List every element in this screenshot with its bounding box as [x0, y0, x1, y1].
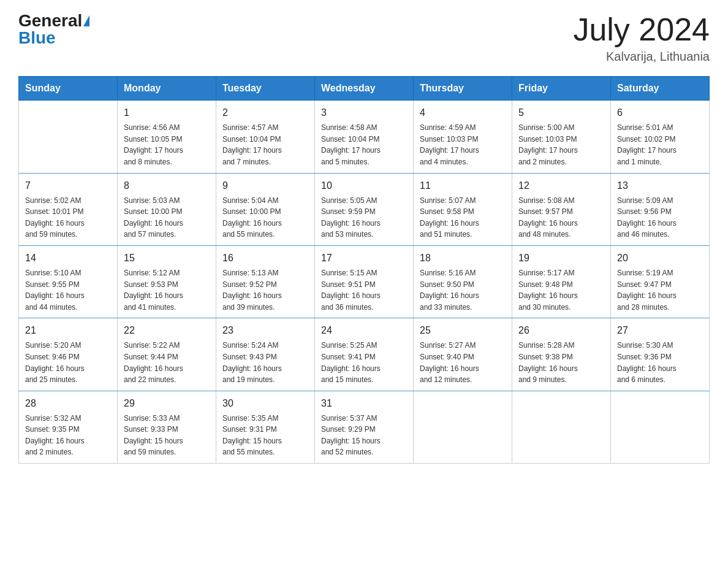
- calendar-cell: 24Sunrise: 5:25 AM Sunset: 9:41 PM Dayli…: [315, 318, 414, 391]
- day-info: Sunrise: 5:22 AM Sunset: 9:44 PM Dayligh…: [124, 340, 210, 385]
- day-info: Sunrise: 4:58 AM Sunset: 10:04 PM Daylig…: [321, 122, 407, 167]
- day-number: 18: [420, 251, 506, 266]
- calendar-cell: 4Sunrise: 4:59 AM Sunset: 10:03 PM Dayli…: [414, 101, 512, 173]
- weekday-header-wednesday: Wednesday: [315, 77, 414, 101]
- weekday-header-monday: Monday: [118, 77, 216, 101]
- day-number: 14: [25, 251, 111, 266]
- day-info: Sunrise: 5:24 AM Sunset: 9:43 PM Dayligh…: [222, 340, 308, 385]
- logo: General Blue: [18, 12, 89, 47]
- calendar-cell: 30Sunrise: 5:35 AM Sunset: 9:31 PM Dayli…: [216, 391, 315, 463]
- day-number: 4: [420, 105, 506, 120]
- calendar-cell: 16Sunrise: 5:13 AM Sunset: 9:52 PM Dayli…: [216, 245, 315, 318]
- calendar-cell: 12Sunrise: 5:08 AM Sunset: 9:57 PM Dayli…: [512, 173, 611, 245]
- day-number: 11: [420, 178, 506, 193]
- calendar-cell: [414, 391, 512, 463]
- day-info: Sunrise: 5:37 AM Sunset: 9:29 PM Dayligh…: [321, 413, 407, 458]
- day-info: Sunrise: 5:30 AM Sunset: 9:36 PM Dayligh…: [617, 340, 703, 385]
- day-number: 21: [25, 323, 111, 338]
- calendar-cell: [611, 391, 710, 463]
- day-number: 3: [321, 105, 407, 120]
- day-number: 10: [321, 178, 407, 193]
- day-number: 6: [617, 105, 703, 120]
- day-number: 8: [124, 178, 210, 193]
- calendar-cell: 21Sunrise: 5:20 AM Sunset: 9:46 PM Dayli…: [19, 318, 118, 391]
- day-info: Sunrise: 5:03 AM Sunset: 10:00 PM Daylig…: [124, 195, 210, 240]
- calendar-cell: 23Sunrise: 5:24 AM Sunset: 9:43 PM Dayli…: [216, 318, 315, 391]
- day-info: Sunrise: 4:57 AM Sunset: 10:04 PM Daylig…: [222, 122, 308, 167]
- day-number: 20: [617, 251, 703, 266]
- calendar-cell: 19Sunrise: 5:17 AM Sunset: 9:48 PM Dayli…: [512, 245, 611, 318]
- page-header: General Blue July 2024 Kalvarija, Lithua…: [18, 12, 710, 64]
- weekday-header-thursday: Thursday: [414, 77, 512, 101]
- day-info: Sunrise: 5:12 AM Sunset: 9:53 PM Dayligh…: [124, 267, 210, 313]
- day-info: Sunrise: 5:15 AM Sunset: 9:51 PM Dayligh…: [321, 267, 407, 313]
- day-info: Sunrise: 5:01 AM Sunset: 10:02 PM Daylig…: [617, 122, 703, 167]
- calendar-cell: 28Sunrise: 5:32 AM Sunset: 9:35 PM Dayli…: [19, 391, 118, 463]
- day-number: 9: [222, 178, 308, 193]
- day-info: Sunrise: 5:07 AM Sunset: 9:58 PM Dayligh…: [420, 195, 506, 240]
- day-number: 29: [124, 396, 210, 411]
- day-number: 19: [518, 251, 604, 266]
- day-number: 7: [25, 178, 111, 193]
- calendar-cell: 14Sunrise: 5:10 AM Sunset: 9:55 PM Dayli…: [19, 245, 118, 318]
- day-number: 2: [222, 105, 308, 120]
- day-info: Sunrise: 5:25 AM Sunset: 9:41 PM Dayligh…: [321, 340, 407, 385]
- day-info: Sunrise: 5:10 AM Sunset: 9:55 PM Dayligh…: [25, 267, 111, 313]
- calendar-cell: 15Sunrise: 5:12 AM Sunset: 9:53 PM Dayli…: [118, 245, 216, 318]
- calendar-cell: 1Sunrise: 4:56 AM Sunset: 10:05 PM Dayli…: [118, 101, 216, 173]
- day-number: 24: [321, 323, 407, 338]
- calendar-cell: 3Sunrise: 4:58 AM Sunset: 10:04 PM Dayli…: [315, 101, 414, 173]
- calendar-cell: 27Sunrise: 5:30 AM Sunset: 9:36 PM Dayli…: [611, 318, 710, 391]
- day-number: 5: [518, 105, 604, 120]
- day-number: 31: [321, 396, 407, 411]
- calendar-cell: 31Sunrise: 5:37 AM Sunset: 9:29 PM Dayli…: [315, 391, 414, 463]
- day-number: 13: [617, 178, 703, 193]
- calendar-cell: 7Sunrise: 5:02 AM Sunset: 10:01 PM Dayli…: [19, 173, 118, 245]
- day-info: Sunrise: 5:00 AM Sunset: 10:03 PM Daylig…: [518, 122, 604, 167]
- day-info: Sunrise: 4:59 AM Sunset: 10:03 PM Daylig…: [420, 122, 506, 167]
- weekday-header-tuesday: Tuesday: [216, 77, 315, 101]
- day-info: Sunrise: 5:02 AM Sunset: 10:01 PM Daylig…: [25, 195, 111, 240]
- day-info: Sunrise: 5:13 AM Sunset: 9:52 PM Dayligh…: [222, 267, 308, 313]
- day-info: Sunrise: 5:17 AM Sunset: 9:48 PM Dayligh…: [518, 267, 604, 313]
- logo-blue-text: Blue: [18, 29, 56, 47]
- day-number: 27: [617, 323, 703, 338]
- calendar-cell: 26Sunrise: 5:28 AM Sunset: 9:38 PM Dayli…: [512, 318, 611, 391]
- calendar-cell: 10Sunrise: 5:05 AM Sunset: 9:59 PM Dayli…: [315, 173, 414, 245]
- calendar-week-row: 1Sunrise: 4:56 AM Sunset: 10:05 PM Dayli…: [19, 101, 710, 173]
- weekday-header-friday: Friday: [512, 77, 611, 101]
- calendar-week-row: 28Sunrise: 5:32 AM Sunset: 9:35 PM Dayli…: [19, 391, 710, 463]
- calendar-cell: 22Sunrise: 5:22 AM Sunset: 9:44 PM Dayli…: [118, 318, 216, 391]
- day-number: 28: [25, 396, 111, 411]
- day-number: 26: [518, 323, 604, 338]
- day-info: Sunrise: 5:09 AM Sunset: 9:56 PM Dayligh…: [617, 195, 703, 240]
- title-section: July 2024 Kalvarija, Lithuania: [573, 12, 710, 64]
- calendar-week-row: 7Sunrise: 5:02 AM Sunset: 10:01 PM Dayli…: [19, 173, 710, 245]
- day-info: Sunrise: 4:56 AM Sunset: 10:05 PM Daylig…: [124, 122, 210, 167]
- calendar-cell: 29Sunrise: 5:33 AM Sunset: 9:33 PM Dayli…: [118, 391, 216, 463]
- calendar-cell: 18Sunrise: 5:16 AM Sunset: 9:50 PM Dayli…: [414, 245, 512, 318]
- day-number: 22: [124, 323, 210, 338]
- calendar-cell: 25Sunrise: 5:27 AM Sunset: 9:40 PM Dayli…: [414, 318, 512, 391]
- calendar-week-row: 14Sunrise: 5:10 AM Sunset: 9:55 PM Dayli…: [19, 245, 710, 318]
- calendar-cell: 6Sunrise: 5:01 AM Sunset: 10:02 PM Dayli…: [611, 101, 710, 173]
- calendar-cell: 20Sunrise: 5:19 AM Sunset: 9:47 PM Dayli…: [611, 245, 710, 318]
- calendar-cell: 17Sunrise: 5:15 AM Sunset: 9:51 PM Dayli…: [315, 245, 414, 318]
- calendar-table: SundayMondayTuesdayWednesdayThursdayFrid…: [18, 76, 710, 464]
- calendar-cell: 5Sunrise: 5:00 AM Sunset: 10:03 PM Dayli…: [512, 101, 611, 173]
- day-info: Sunrise: 5:27 AM Sunset: 9:40 PM Dayligh…: [420, 340, 506, 385]
- day-info: Sunrise: 5:04 AM Sunset: 10:00 PM Daylig…: [222, 195, 308, 240]
- month-title: July 2024: [573, 12, 710, 47]
- day-number: 15: [124, 251, 210, 266]
- day-info: Sunrise: 5:20 AM Sunset: 9:46 PM Dayligh…: [25, 340, 111, 385]
- weekday-header-row: SundayMondayTuesdayWednesdayThursdayFrid…: [19, 77, 710, 101]
- day-number: 12: [518, 178, 604, 193]
- day-number: 1: [124, 105, 210, 120]
- calendar-cell: [512, 391, 611, 463]
- calendar-cell: 8Sunrise: 5:03 AM Sunset: 10:00 PM Dayli…: [118, 173, 216, 245]
- day-number: 23: [222, 323, 308, 338]
- calendar-cell: [19, 101, 118, 173]
- day-info: Sunrise: 5:32 AM Sunset: 9:35 PM Dayligh…: [25, 413, 111, 458]
- calendar-week-row: 21Sunrise: 5:20 AM Sunset: 9:46 PM Dayli…: [19, 318, 710, 391]
- day-number: 30: [222, 396, 308, 411]
